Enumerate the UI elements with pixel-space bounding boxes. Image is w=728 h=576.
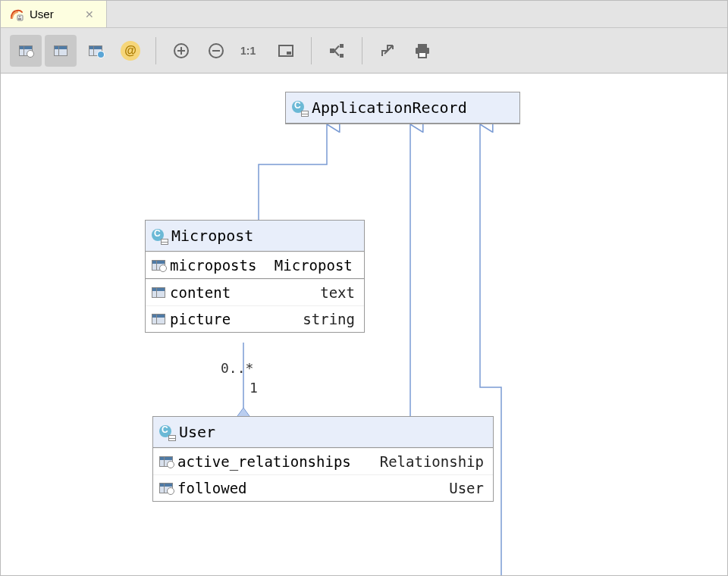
- column-row[interactable]: picture string: [146, 305, 364, 332]
- tab-close-icon[interactable]: ✕: [82, 8, 97, 20]
- assoc-label: active_relationships: [177, 453, 351, 470]
- one-to-one-icon: 1:1: [240, 43, 262, 58]
- show-linked-tables-button[interactable]: [10, 35, 42, 67]
- cardinality-top: 0..*: [221, 360, 253, 376]
- entity-name: ApplicationRecord: [312, 99, 467, 117]
- plus-circle-icon: [172, 42, 190, 60]
- printer-icon: [413, 42, 431, 60]
- entity-name: Micropost: [171, 227, 253, 245]
- svg-rect-12: [340, 44, 344, 48]
- table-gear-icon: [89, 45, 102, 56]
- association-row[interactable]: followed User: [153, 474, 493, 501]
- cardinality-bottom: 1: [249, 380, 258, 396]
- svg-rect-11: [330, 49, 334, 53]
- fit-screen-icon: [277, 42, 295, 60]
- entity-micropost[interactable]: Micropost microposts Micropost content t…: [145, 220, 365, 333]
- svg-rect-14: [418, 44, 427, 48]
- column-type: string: [281, 311, 355, 327]
- association-row[interactable]: active_relationships Relationship: [153, 448, 493, 474]
- class-icon: [159, 424, 174, 440]
- column-label: picture: [170, 311, 231, 327]
- toolbar: @ 1:1: [1, 28, 727, 74]
- diagram-canvas[interactable]: ApplicationRecord Micropost microposts M…: [1, 74, 727, 575]
- toolbar-separator: [311, 37, 312, 64]
- assoc-type: User: [428, 480, 484, 496]
- toolbar-separator: [155, 37, 156, 64]
- rails-model-icon: [10, 8, 24, 21]
- svg-text:1:1: 1:1: [240, 45, 256, 57]
- export-icon: [378, 42, 397, 60]
- table-linked-icon: [152, 260, 165, 271]
- tab-label: User: [30, 8, 54, 20]
- entity-header: User: [153, 417, 493, 448]
- table-icon: [54, 45, 67, 56]
- zoom-out-button[interactable]: [200, 35, 232, 67]
- export-button[interactable]: [372, 35, 403, 67]
- table-linked-icon: [159, 483, 173, 493]
- svg-rect-10: [287, 52, 291, 55]
- entity-application-record[interactable]: ApplicationRecord: [285, 92, 520, 124]
- toolbar-separator: [362, 37, 362, 64]
- layout-button[interactable]: [321, 35, 353, 67]
- zoom-in-button[interactable]: [165, 35, 197, 67]
- class-icon: [152, 228, 167, 243]
- branch-icon: [328, 42, 346, 60]
- at-annotations-button[interactable]: @: [115, 35, 146, 67]
- entity-user[interactable]: User active_relationships Relationship f…: [152, 416, 494, 502]
- association-row[interactable]: microposts Micropost: [146, 252, 364, 278]
- svg-point-1: [19, 16, 20, 17]
- tab-bar: User ✕: [1, 1, 727, 28]
- zoom-reset-button[interactable]: 1:1: [235, 35, 267, 67]
- table-settings-button[interactable]: [80, 35, 111, 67]
- svg-rect-16: [419, 52, 426, 58]
- print-button[interactable]: [406, 35, 438, 67]
- table-linked-icon: [159, 456, 173, 467]
- entity-name: User: [179, 423, 215, 441]
- at-icon: @: [121, 41, 140, 61]
- column-icon: [152, 314, 165, 324]
- column-label: content: [170, 284, 231, 301]
- assoc-label: followed: [177, 480, 247, 496]
- column-type: text: [299, 284, 355, 301]
- fit-content-button[interactable]: [270, 35, 302, 67]
- column-icon: [152, 287, 165, 298]
- svg-rect-2: [18, 18, 21, 20]
- assoc-type: Micropost: [275, 257, 353, 274]
- show-tables-button[interactable]: [45, 35, 77, 67]
- tab-user[interactable]: User ✕: [1, 1, 107, 27]
- table-linked-icon: [19, 45, 33, 56]
- svg-rect-13: [340, 54, 344, 58]
- entity-header: Micropost: [146, 221, 364, 252]
- assoc-label: microposts: [170, 257, 256, 274]
- entity-header: ApplicationRecord: [286, 92, 519, 124]
- column-row[interactable]: content text: [146, 279, 364, 305]
- assoc-type: Relationship: [359, 453, 484, 470]
- minus-circle-icon: [207, 42, 225, 60]
- class-icon: [292, 100, 307, 115]
